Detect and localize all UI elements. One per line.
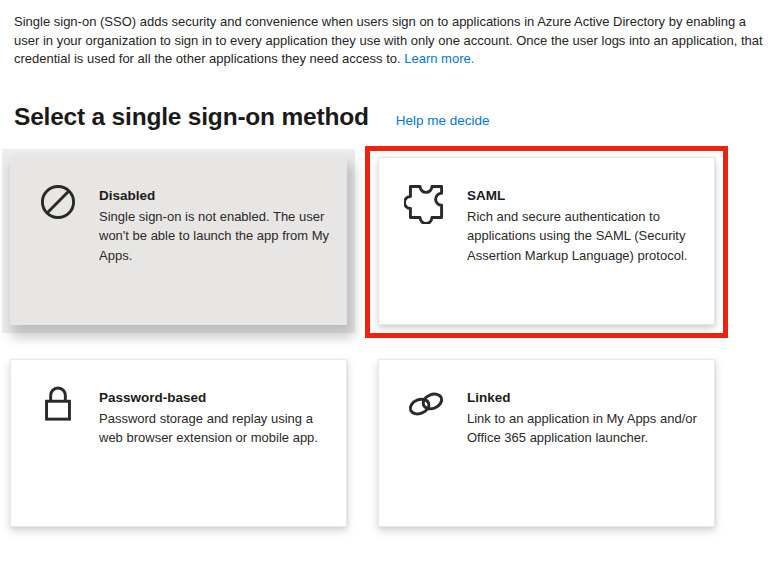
heading-row: Select a single sign-on method Help me d… [14, 103, 783, 131]
card-text: SAML Rich and secure authentication to a… [467, 187, 702, 266]
card-description: Single sign-on is not enabled. The user … [99, 207, 334, 266]
sso-method-page: Single sign-on (SSO) adds security and c… [0, 13, 783, 561]
puzzle-icon [404, 180, 448, 224]
lock-icon [36, 382, 80, 426]
card-title: SAML [467, 187, 702, 204]
card-title: Disabled [99, 187, 334, 204]
card-title: Linked [467, 389, 702, 406]
learn-more-link[interactable]: Learn more. [404, 51, 474, 66]
sso-method-card-password-based[interactable]: Password-based Password storage and repl… [10, 359, 347, 527]
card-description: Rich and secure authentication to applic… [467, 207, 702, 266]
card-text: Linked Link to an application in My Apps… [467, 389, 702, 448]
sso-intro-text: Single sign-on (SSO) adds security and c… [14, 14, 763, 66]
sso-intro-paragraph: Single sign-on (SSO) adds security and c… [14, 13, 771, 69]
card-text: Password-based Password storage and repl… [99, 389, 334, 448]
card-title: Password-based [99, 389, 334, 406]
card-description: Link to an application in My Apps and/or… [467, 409, 702, 448]
link-icon [404, 382, 448, 426]
page-title: Select a single sign-on method [14, 103, 369, 131]
sso-method-card-linked[interactable]: Linked Link to an application in My Apps… [378, 359, 715, 527]
sso-method-card-disabled[interactable]: Disabled Single sign-on is not enabled. … [10, 157, 347, 325]
card-text: Disabled Single sign-on is not enabled. … [99, 187, 334, 266]
sso-method-card-saml[interactable]: SAML Rich and secure authentication to a… [378, 157, 715, 325]
sso-method-card-grid: Disabled Single sign-on is not enabled. … [10, 157, 715, 527]
card-description: Password storage and replay using a web … [99, 409, 334, 448]
prohibition-icon [36, 180, 80, 224]
help-me-decide-link[interactable]: Help me decide [396, 113, 490, 128]
